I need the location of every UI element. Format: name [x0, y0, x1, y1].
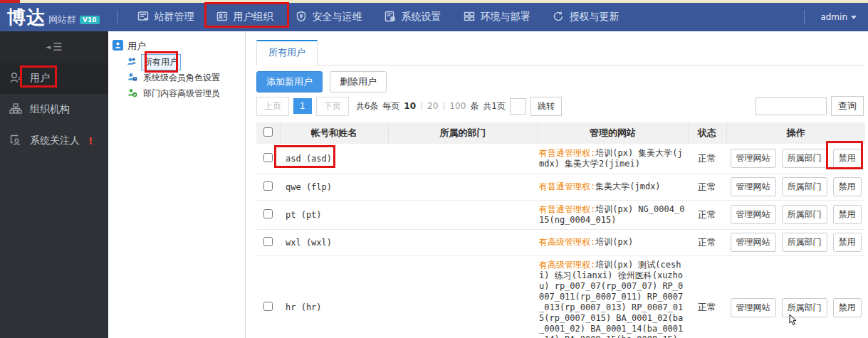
row-checkbox[interactable] — [263, 209, 273, 218]
manage-sites-button[interactable]: 管理网站 — [731, 233, 776, 252]
manage-sites-button[interactable]: 管理网站 — [731, 149, 776, 168]
tree-item-label: 系统级会员角色设置 — [141, 70, 222, 85]
delete-user-button[interactable]: 删除用户 — [330, 71, 387, 93]
row-ops: 管理网站所属部门禁用 — [726, 229, 865, 255]
row-dept — [388, 174, 538, 200]
department-button[interactable]: 所属部门 — [782, 298, 827, 317]
tree-item-dept-content-admins[interactable]: 部门内容高级管理员 — [108, 85, 245, 101]
nav-item-user-org[interactable]: 用户组织 — [216, 10, 273, 25]
current-page-button[interactable]: 1 — [293, 98, 312, 114]
nav-item-security-ops[interactable]: 安全与运维 — [295, 10, 362, 25]
row-ops: 管理网站所属部门禁用 — [726, 200, 865, 229]
users-group-icon — [113, 40, 123, 53]
nav-item-update[interactable]: 授权与更新 — [552, 10, 619, 25]
nav-item-deploy[interactable]: 环境与部署 — [463, 10, 530, 25]
row-sites-cell: 有普通管理权:集美大学(jmdx) — [538, 174, 688, 200]
sidebar-item-system-watchers[interactable]: 系统关注人 ! — [0, 125, 108, 157]
deploy-icon — [463, 10, 476, 25]
jump-button[interactable]: 跳转 — [530, 97, 562, 116]
page-size-20[interactable]: 20 — [427, 101, 438, 111]
top-edge-red-mark — [0, 0, 20, 3]
user-org-icon — [216, 10, 229, 25]
row-checkbox[interactable] — [263, 181, 273, 191]
row-perm: 有普通管理权: — [539, 204, 595, 214]
nav-item-label: 安全与运维 — [313, 11, 362, 23]
user-icon — [9, 70, 23, 87]
row-sites-cell: 有普通管理权:培训(px) 集美大学(jmdx) 集美大学2(jimei) — [538, 144, 688, 174]
tree-root-label: 用户 — [127, 40, 146, 53]
row-perm: 有普通管理权: — [539, 148, 595, 158]
table-row: pt (pt) 有普通管理权:培训(px) NG_0004_015(ng_000… — [256, 200, 865, 229]
row-checkbox[interactable] — [263, 302, 273, 311]
nav-item-system-settings[interactable]: 系统设置 — [384, 10, 441, 25]
next-page-button[interactable]: 下页 — [316, 97, 349, 116]
chevron-down-icon[interactable] — [851, 16, 857, 19]
all-users-icon — [127, 56, 137, 68]
divider — [804, 10, 805, 24]
unit-text: 条 — [470, 100, 479, 112]
department-button[interactable]: 所属部门 — [782, 205, 827, 224]
row-ops: 管理网站所属部门禁用 — [726, 144, 865, 174]
total-pages-text: 共1页 — [483, 100, 506, 112]
search-button[interactable]: 查询 — [831, 96, 864, 116]
row-sites-cell: 有普通管理权:培训(px) NG_0004_015(ng_0004_015) — [538, 200, 688, 229]
nav-item-label: 授权与更新 — [570, 11, 619, 23]
user-table-body: asd (asd) 有普通管理权:培训(px) 集美大学(jmdx) 集美大学2… — [256, 144, 865, 338]
row-name: pt (pt) — [280, 200, 388, 229]
row-dept — [388, 229, 538, 255]
current-user-label[interactable]: admin — [820, 12, 847, 22]
main-content: 所有用户 添加新用户 删除用户 上页 1 下页 共6条 每页 10 | 20 |… — [246, 31, 868, 338]
sidebar-item-label: 用户 — [30, 72, 50, 85]
add-user-button[interactable]: 添加新用户 — [256, 71, 323, 93]
tree-item-all-users[interactable]: 所有用户 — [108, 54, 245, 70]
row-dept — [388, 255, 538, 338]
row-sites: 集美大学(jmdx) — [595, 181, 660, 191]
jump-page-input[interactable] — [510, 98, 526, 115]
page-size-10[interactable]: 10 — [404, 101, 416, 111]
system-settings-icon — [384, 10, 397, 25]
department-button[interactable]: 所属部门 — [782, 233, 827, 252]
disable-button[interactable]: 禁用 — [833, 149, 862, 168]
top-navbar: 博达 网站群 V10 站群管理 用户组织 安全与运维 系统设置 环境与部署 授权… — [0, 3, 868, 31]
row-perm: 有普通管理权: — [539, 181, 595, 191]
sidebar-item-org-structure[interactable]: 组织机构 — [0, 94, 108, 125]
row-name: wxl (wxl) — [280, 229, 388, 255]
manage-sites-button[interactable]: 管理网站 — [731, 205, 776, 224]
divider: | — [420, 101, 423, 111]
manage-sites-button[interactable]: 管理网站 — [731, 177, 776, 196]
top-edge-strip — [0, 0, 868, 3]
table-header-row: 帐号和姓名 所属的部门 管理的网站 状态 操作 — [256, 122, 865, 144]
update-icon — [552, 10, 565, 25]
prev-page-button[interactable]: 上页 — [256, 97, 289, 116]
nav-item-site-management[interactable]: 站群管理 — [137, 10, 194, 25]
tree-item-member-role-settings[interactable]: 系统级会员角色设置 — [108, 70, 245, 85]
tab-all-users[interactable]: 所有用户 — [256, 40, 318, 65]
disable-button[interactable]: 禁用 — [833, 233, 862, 252]
header-managed-sites: 管理的网站 — [538, 122, 688, 144]
department-button[interactable]: 所属部门 — [782, 149, 827, 168]
disable-button[interactable]: 禁用 — [833, 205, 862, 224]
disable-button[interactable]: 禁用 — [833, 177, 862, 196]
select-all-checkbox[interactable] — [263, 127, 273, 137]
department-button[interactable]: 所属部门 — [782, 177, 827, 196]
member-role-icon — [127, 72, 137, 84]
table-row: hr (hr) 有高级管理权:培训(px) 测试(ceshi) 练习(lianx… — [256, 255, 865, 338]
app-logo: 博达 网站群 V10 — [0, 8, 108, 26]
app-window: 博达 网站群 V10 站群管理 用户组织 安全与运维 系统设置 环境与部署 授权… — [0, 0, 868, 338]
row-status: 正常 — [688, 255, 726, 338]
sidebar-collapse-button[interactable]: ◄ ☰ — [0, 31, 108, 63]
search-input[interactable] — [755, 97, 827, 115]
row-checkbox[interactable] — [263, 237, 273, 246]
topbar-user-area: admin — [795, 10, 868, 24]
divider: | — [442, 101, 445, 111]
sidebar-item-users[interactable]: 用户 — [0, 63, 108, 94]
tree-root-users[interactable]: 用户 — [108, 38, 245, 54]
dept-admin-icon — [127, 88, 137, 100]
disable-button[interactable]: 禁用 — [833, 298, 862, 317]
row-checkbox[interactable] — [263, 153, 273, 162]
page-size-100[interactable]: 100 — [449, 101, 466, 111]
manage-sites-button[interactable]: 管理网站 — [731, 298, 776, 317]
left-sidebar: ◄ ☰ 用户 组织机构 系统关注人 ! — [0, 31, 108, 338]
tab-bar: 所有用户 — [256, 41, 865, 65]
table-row: wxl (wxl) 有高级管理权:培训(px) 正常 管理网站所属部门禁用 — [256, 229, 865, 255]
